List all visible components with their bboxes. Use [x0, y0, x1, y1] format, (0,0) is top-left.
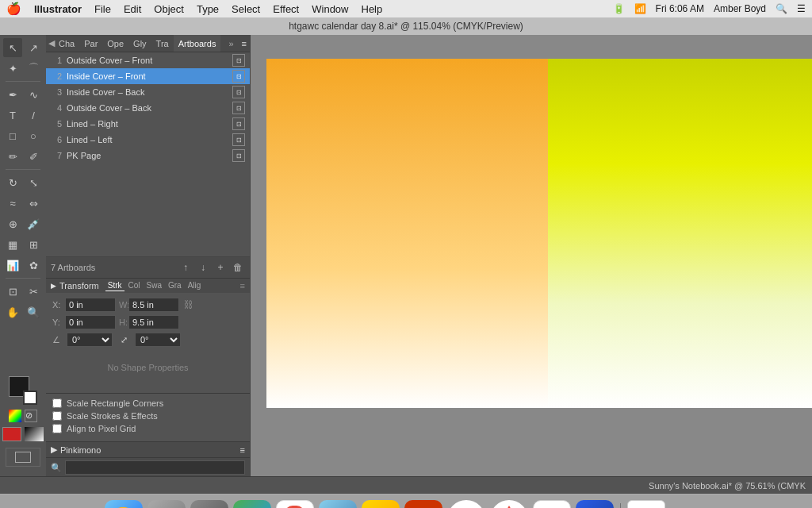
artboard-item-3[interactable]: 3 Inside Cover – Back ⊡: [46, 84, 250, 100]
rect-tool[interactable]: □: [3, 126, 22, 145]
pencil-tool[interactable]: ✐: [24, 147, 43, 166]
stroke-swatch[interactable]: [23, 391, 37, 405]
artboard-delete-btn[interactable]: 🗑: [231, 260, 245, 275]
dock-mail[interactable]: ✉️: [319, 500, 357, 509]
dock-mosaic[interactable]: ▦: [233, 500, 271, 509]
transform-more-btn[interactable]: ≡: [240, 281, 245, 291]
dock-notes[interactable]: 📒: [362, 500, 400, 509]
pinkimono-header[interactable]: ▶ Pinkimono ≡: [46, 442, 250, 458]
menu-help[interactable]: Help: [362, 3, 383, 15]
menu-edit[interactable]: Edit: [124, 3, 141, 15]
tab-tra[interactable]: Tra: [151, 35, 174, 52]
none-btn[interactable]: ⊘: [25, 410, 37, 422]
artboard-item-6[interactable]: 6 Lined – Left ⊡: [46, 132, 250, 148]
dock-calendar[interactable]: DEC 11: [276, 500, 314, 509]
direct-select-tool[interactable]: ↗: [24, 38, 43, 57]
tab-par[interactable]: Par: [79, 35, 102, 52]
width-tool[interactable]: ⇔: [24, 194, 43, 213]
artboard-move-up-btn[interactable]: ↑: [178, 260, 193, 275]
symbol-tool[interactable]: ✿: [24, 256, 43, 275]
dock-photos[interactable]: 🌸: [447, 500, 485, 509]
canvas-area[interactable]: [251, 35, 812, 476]
lasso-tool[interactable]: ⌒: [24, 59, 43, 78]
panel-collapse-btn[interactable]: ◀: [46, 38, 54, 48]
transform-header[interactable]: ▶ Transform Strk Col Swa Gra Alig ≡: [46, 279, 250, 293]
transform-tab-alig[interactable]: Alig: [186, 280, 204, 291]
menu-type[interactable]: Type: [197, 3, 219, 15]
artboard-item-4[interactable]: 4 Outside Cover – Back ⊡: [46, 100, 250, 116]
artboard-move-down-btn[interactable]: ↓: [196, 260, 210, 275]
y-input[interactable]: [65, 315, 116, 329]
artboard-item-2[interactable]: 2 Inside Cover – Front ⊡: [46, 68, 250, 84]
warp-tool[interactable]: ≈: [3, 194, 22, 213]
curvature-tool[interactable]: ∿: [24, 85, 43, 104]
tab-gly[interactable]: Gly: [128, 35, 151, 52]
color-mode-btn[interactable]: [9, 410, 21, 422]
transform-tab-col[interactable]: Col: [126, 280, 143, 291]
height-input[interactable]: [128, 315, 179, 329]
ellipse-tool[interactable]: ○: [24, 126, 43, 145]
eyedropper-tool[interactable]: 💉: [24, 214, 43, 233]
scale-corners-checkbox[interactable]: [52, 398, 62, 408]
link-proportions-icon[interactable]: ⛓: [182, 298, 195, 311]
dock-illustrator[interactable]: Ai: [404, 500, 442, 509]
artboard-add-btn[interactable]: +: [213, 260, 228, 275]
artboard-item-1[interactable]: 1 Outside Cover – Front ⊡: [46, 52, 250, 68]
pinkimono-more-btn[interactable]: ≡: [240, 445, 245, 455]
panel-close-btn[interactable]: ≡: [239, 39, 250, 48]
artboard-icon-btn[interactable]: [6, 448, 40, 467]
align-pixel-checkbox[interactable]: [52, 424, 62, 433]
artboard-item-7[interactable]: 7 PK Page ⊡: [46, 148, 250, 164]
magic-wand-tool[interactable]: ✦: [3, 59, 22, 78]
slice-tool[interactable]: ✂: [24, 282, 43, 301]
width-input[interactable]: [128, 298, 179, 312]
scale-strokes-checkbox[interactable]: [52, 411, 62, 421]
gradient-swatch[interactable]: [25, 427, 44, 441]
pen-tool[interactable]: ✒: [3, 85, 22, 104]
dock-launchpad[interactable]: 🚀: [147, 500, 186, 509]
artboard-nav-icon-6: ⊡: [232, 133, 245, 146]
red-swatch[interactable]: [2, 427, 21, 441]
artboard-item-5[interactable]: 5 Lined – Right ⊡: [46, 116, 250, 132]
dock-chrome[interactable]: [490, 500, 528, 509]
menu-file[interactable]: File: [94, 3, 111, 15]
apple-menu[interactable]: 🍎: [6, 2, 21, 16]
menu-window[interactable]: Window: [312, 3, 348, 15]
select-tool[interactable]: ↖: [3, 38, 22, 57]
transform-tab-strk[interactable]: Strk: [105, 280, 124, 291]
scale-tool[interactable]: ⤡: [24, 173, 43, 192]
zoom-tool[interactable]: 🔍: [24, 302, 43, 321]
tab-cha[interactable]: Cha: [54, 35, 79, 52]
transform-tab-swa[interactable]: Swa: [144, 280, 164, 291]
blend-tool[interactable]: ⊕: [3, 214, 22, 233]
menu-icon[interactable]: ☰: [797, 3, 806, 14]
line-tool[interactable]: /: [24, 106, 43, 125]
tab-ope[interactable]: Ope: [102, 35, 128, 52]
rotate-tool[interactable]: ↻: [3, 173, 22, 192]
dock-blank-page[interactable]: 📄: [627, 500, 665, 509]
panel-more-btn[interactable]: »: [224, 39, 238, 48]
angle2-select[interactable]: 0°: [135, 333, 181, 347]
angle1-select[interactable]: 0°: [67, 333, 113, 347]
menu-select[interactable]: Select: [232, 3, 260, 15]
dock-system-prefs[interactable]: ⚙️: [190, 500, 228, 509]
hand-tool[interactable]: ✋: [3, 302, 22, 321]
document-title: htgawc calendar day 8.ai* @ 115.04% (CMY…: [289, 21, 523, 32]
paintbrush-tool[interactable]: ✏: [3, 147, 22, 166]
chart-tool[interactable]: 📊: [3, 256, 22, 275]
menu-effect[interactable]: Effect: [273, 3, 299, 15]
transform-tab-gra[interactable]: Gra: [166, 280, 184, 291]
mesh-tool[interactable]: ⊞: [24, 235, 43, 254]
dock-finder[interactable]: 😊: [105, 500, 143, 509]
gradient-tool[interactable]: ▦: [3, 235, 22, 254]
dock-preview[interactable]: 🖼: [533, 500, 571, 509]
search-icon[interactable]: 🔍: [776, 3, 787, 14]
tab-artboards[interactable]: Artboards: [174, 35, 221, 52]
dock-trash[interactable]: 🗑: [670, 500, 708, 509]
text-tool[interactable]: T: [3, 106, 22, 125]
pinkimono-search-input[interactable]: [65, 460, 245, 475]
dock-word[interactable]: W: [576, 500, 614, 509]
artboard-tool[interactable]: ⊡: [3, 282, 22, 301]
x-input[interactable]: [65, 298, 116, 312]
menu-object[interactable]: Object: [154, 3, 184, 15]
